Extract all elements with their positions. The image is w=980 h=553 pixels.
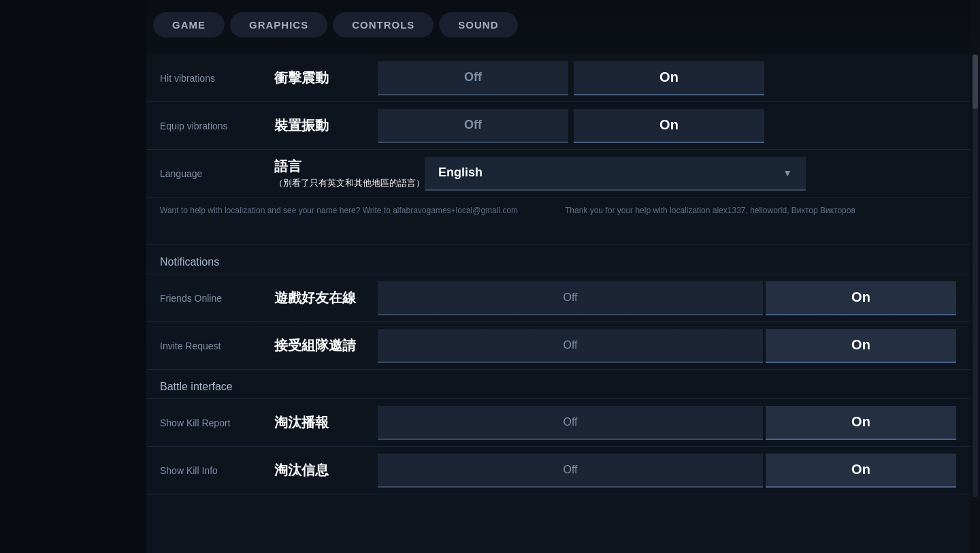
equip-vibrations-label-cn: 裝置振動 <box>274 116 356 135</box>
nav-tabs: GAME GRAPHICS CONTROLS SOUND <box>146 12 518 37</box>
invite-request-off-button[interactable]: Off <box>378 329 763 363</box>
language-row: Language 語言 （別看了只有英文和其他地區的語言） English ▼ <box>146 150 970 198</box>
invite-request-label-group: Invite Request 接受組隊邀請 <box>160 336 378 355</box>
notifications-section-header: Notifications <box>146 245 970 274</box>
show-kill-info-off-button[interactable]: Off <box>378 454 763 488</box>
scrollbar-area <box>970 0 980 553</box>
show-kill-info-on-button[interactable]: On <box>766 454 956 488</box>
equip-vibrations-btn-group: Off On <box>378 109 956 143</box>
tab-controls[interactable]: CONTROLS <box>333 12 434 37</box>
invite-request-btn-group: Off On <box>378 329 956 363</box>
show-kill-report-label-cn: 淘汰播報 <box>274 413 356 432</box>
hit-vibrations-on-button[interactable]: On <box>574 61 764 95</box>
show-kill-report-label-group: Show Kill Report 淘汰播報 <box>160 413 378 432</box>
battle-interface-section-header: Battle interface <box>146 370 970 399</box>
friends-online-on-button[interactable]: On <box>766 281 956 315</box>
language-label-en: Language <box>160 168 269 179</box>
left-panel <box>0 0 146 553</box>
scrollbar-track[interactable] <box>973 54 978 497</box>
equip-vibrations-row: Equip vibrations 裝置振動 Off On <box>146 102 970 150</box>
tab-sound[interactable]: SOUND <box>439 12 517 37</box>
equip-vibrations-on-button[interactable]: On <box>574 109 764 143</box>
friends-online-label-en: Friends Online <box>160 293 269 304</box>
show-kill-report-on-button[interactable]: On <box>766 406 956 440</box>
show-kill-info-row: Show Kill Info 淘汰信息 Off On <box>146 447 970 494</box>
invite-request-on-button[interactable]: On <box>766 329 956 363</box>
localization-area: Want to help with localization and see y… <box>146 198 970 245</box>
main-content: Hit vibrations 衝擊震動 Off On Equip vibrati… <box>146 54 970 553</box>
language-label-cn: 語言 <box>274 159 301 174</box>
hit-vibrations-off-button[interactable]: Off <box>378 61 568 95</box>
dropdown-arrow-icon: ▼ <box>783 168 792 178</box>
invite-request-row: Invite Request 接受組隊邀請 Off On <box>146 322 970 370</box>
hit-vibrations-label-en: Hit vibrations <box>160 73 269 84</box>
equip-vibrations-off-button[interactable]: Off <box>378 109 568 143</box>
show-kill-info-btn-group: Off On <box>378 454 956 488</box>
hit-vibrations-label-cn: 衝擊震動 <box>274 69 356 87</box>
invite-request-label-cn: 接受組隊邀請 <box>274 336 356 355</box>
tab-game[interactable]: GAME <box>153 12 225 37</box>
show-kill-report-label-en: Show Kill Report <box>160 417 269 428</box>
show-kill-info-label-group: Show Kill Info 淘汰信息 <box>160 461 378 479</box>
scrollbar-thumb[interactable] <box>973 54 978 109</box>
hit-vibrations-row: Hit vibrations 衝擊震動 Off On <box>146 54 970 102</box>
show-kill-info-label-en: Show Kill Info <box>160 465 269 476</box>
language-note: （別看了只有英文和其他地區的語言） <box>274 177 425 189</box>
tab-graphics[interactable]: GRAPHICS <box>230 12 327 37</box>
hit-vibrations-btn-group: Off On <box>378 61 956 95</box>
show-kill-info-label-cn: 淘汰信息 <box>274 461 356 479</box>
friends-online-off-button[interactable]: Off <box>378 281 763 315</box>
localization-help-right: Thank you for your help with localizatio… <box>565 206 956 236</box>
invite-request-label-en: Invite Request <box>160 341 269 351</box>
friends-online-row: Friends Online 遊戲好友在線 Off On <box>146 274 970 322</box>
language-cn-group: 語言 （別看了只有英文和其他地區的語言） <box>274 157 425 189</box>
friends-online-btn-group: Off On <box>378 281 956 315</box>
hit-vibrations-label-group: Hit vibrations 衝擊震動 <box>160 69 378 87</box>
language-label-group: Language 語言 （別看了只有英文和其他地區的語言） <box>160 157 425 189</box>
show-kill-report-btn-group: Off On <box>378 406 956 440</box>
friends-online-label-cn: 遊戲好友在線 <box>274 289 356 307</box>
language-selector[interactable]: English ▼ <box>425 157 806 191</box>
localization-help-left: Want to help with localization and see y… <box>160 206 565 236</box>
show-kill-report-row: Show Kill Report 淘汰播報 Off On <box>146 399 970 447</box>
show-kill-report-off-button[interactable]: Off <box>378 406 763 440</box>
equip-vibrations-label-en: Equip vibrations <box>160 121 269 131</box>
friends-online-label-group: Friends Online 遊戲好友在線 <box>160 289 378 307</box>
equip-vibrations-label-group: Equip vibrations 裝置振動 <box>160 116 378 135</box>
language-current: English <box>438 165 483 180</box>
